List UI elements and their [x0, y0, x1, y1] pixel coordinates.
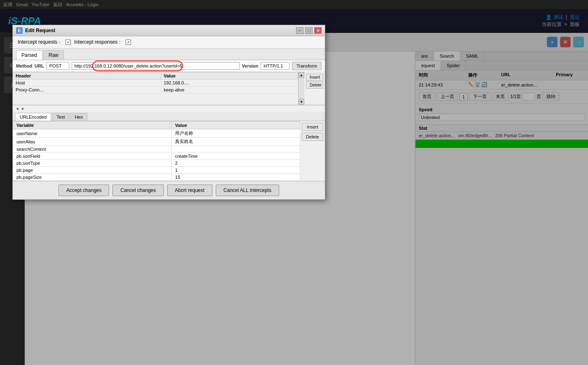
intercept-responses-checkbox[interactable]: ✓ [126, 40, 131, 45]
method-url-bar: Method URL Version Transform [13, 60, 325, 72]
var-value-3 [172, 146, 300, 153]
header-value-2: keep-alive [161, 87, 298, 94]
url-container [72, 62, 240, 70]
url-label: URL [35, 63, 44, 68]
variables-actions: Insert Delete [300, 121, 325, 181]
header-name-1: Host [13, 80, 161, 87]
variables-table: Variable Value userName 用户名称 userAlias 真… [13, 121, 300, 181]
minimize-button[interactable]: ─ [296, 27, 303, 34]
body-tab-hex[interactable]: Hex [70, 113, 88, 121]
close-button[interactable]: ✕ [314, 27, 322, 34]
var-name-7: pb.pageSize [13, 174, 172, 181]
header-col2: Value [161, 73, 298, 80]
headers-actions: Insert Delete [304, 72, 325, 105]
body-tabs: URLEncoded Text Hex [13, 112, 325, 121]
accept-changes-btn[interactable]: Accept changes [58, 185, 109, 196]
header-insert-btn[interactable]: Insert [306, 74, 323, 81]
dialog-icon: E [16, 27, 23, 34]
modal-title: Edit Request [25, 28, 55, 33]
var-insert-btn[interactable]: Insert [302, 123, 323, 131]
modal-controls: ─ □ ✕ [296, 27, 322, 34]
maximize-button[interactable]: □ [305, 27, 313, 34]
var-row-3: searchContent [13, 146, 300, 153]
var-row-2: userAlias 真实姓名 [13, 138, 300, 146]
scroll-down[interactable]: ▼ [299, 99, 304, 105]
version-input[interactable] [261, 62, 289, 70]
variables-section: Variable Value userName 用户名称 userAlias 真… [13, 121, 325, 181]
body-tab-text[interactable]: Text [52, 113, 69, 121]
bottom-arrows: ◄ ► [13, 105, 325, 112]
body-tab-urlencoded[interactable]: URLEncoded [15, 113, 51, 121]
var-col1: Variable [13, 122, 172, 129]
header-row-1: Host 192.168.0.... [13, 80, 298, 87]
modal-titlebar: E Edit Request ─ □ ✕ [13, 25, 325, 36]
method-input[interactable] [47, 62, 69, 70]
headers-table: Header Value Host 192.168.0.... Proxy-Co… [13, 72, 298, 105]
cancel-changes-btn[interactable]: Cancel changes [112, 185, 163, 196]
headers-scrollbar[interactable]: ▲ ▼ [298, 72, 304, 105]
intercept-requests-checkbox[interactable]: ✓ [65, 40, 71, 45]
modal-title-left: E Edit Request [16, 27, 55, 34]
var-row-6: pb.page 1 [13, 167, 300, 174]
header-row-2: Proxy-Conn... keep-alive [13, 87, 298, 94]
modal-overlay: E Edit Request ─ □ ✕ Intercept requests：… [0, 0, 588, 365]
var-row-7: pb.pageSize 15 [13, 174, 300, 181]
var-value-5: 2 [172, 160, 300, 167]
var-col2: Value [172, 122, 300, 129]
header-name-2: Proxy-Conn... [13, 87, 161, 94]
var-value-2: 真实姓名 [172, 138, 300, 146]
tab-parsed[interactable]: Parsed [16, 50, 42, 60]
var-value-7: 15 [172, 174, 300, 181]
var-row-1: userName 用户名称 [13, 129, 300, 138]
scroll-up[interactable]: ▲ [299, 72, 304, 78]
modal-footer: Accept changes Cancel changes Abort requ… [13, 181, 325, 199]
intercept-bar: Intercept requests： ✓ Intercept response… [13, 36, 325, 49]
edit-request-dialog: E Edit Request ─ □ ✕ Intercept requests：… [12, 25, 325, 200]
arrow-right-icon: ► [21, 106, 25, 111]
method-label: Method [16, 63, 32, 68]
var-name-4: pb.sortField [13, 153, 172, 160]
var-name-3: searchContent [13, 146, 172, 153]
var-row-5: pb.sortType 2 [13, 160, 300, 167]
version-label: Version [242, 63, 259, 68]
tab-raw[interactable]: Raw [43, 50, 64, 60]
var-row-4: pb.sortField createTime [13, 153, 300, 160]
modal-tabs: Parsed Raw [13, 49, 325, 60]
var-name-5: pb.sortType [13, 160, 172, 167]
header-col1: Header [13, 73, 161, 80]
cancel-all-intercepts-btn[interactable]: Cancel ALL intercepts [216, 185, 279, 196]
var-name-6: pb.page [13, 167, 172, 174]
abort-request-btn[interactable]: Abort request [167, 185, 212, 196]
var-name-1: userName [13, 129, 172, 138]
var-name-2: userAlias [13, 138, 172, 146]
intercept-requests-label: Intercept requests： [18, 39, 62, 46]
arrow-left-icon: ◄ [15, 106, 19, 111]
header-value-1: 192.168.0.... [161, 80, 298, 87]
transform-button[interactable]: Transform [292, 62, 322, 70]
intercept-responses-label: Intercept responses： [74, 39, 122, 46]
var-value-1: 用户名称 [172, 129, 300, 138]
var-value-6: 1 [172, 167, 300, 174]
var-delete-btn[interactable]: Delete [302, 133, 323, 141]
var-value-4: createTime [172, 153, 300, 160]
headers-section: Header Value Host 192.168.0.... Proxy-Co… [13, 72, 325, 105]
url-input[interactable] [72, 62, 240, 70]
header-delete-btn[interactable]: Delete [306, 82, 323, 89]
